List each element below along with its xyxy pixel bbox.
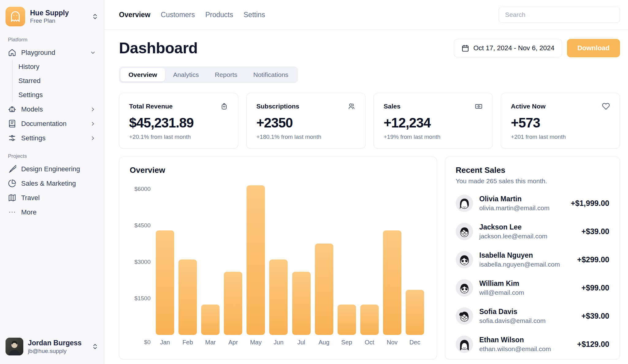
bar-slot (335, 182, 358, 335)
x-tick-label: Jan (154, 339, 176, 346)
stat-subtext: +19% from last month (384, 134, 483, 140)
calendar-icon (461, 44, 469, 52)
bar-dec (406, 290, 424, 335)
search-input[interactable] (499, 7, 620, 23)
stat-value: $45,231.89 (129, 115, 228, 131)
x-tick-label: Jun (267, 339, 290, 346)
bar-aug (315, 244, 333, 335)
x-tick-label: Sep (335, 339, 358, 346)
tab-notifications[interactable]: Notifications (245, 68, 296, 82)
sidebar-section-projects: Projects (0, 153, 104, 159)
sidebar-item-sales-marketing[interactable]: Sales & Marketing (0, 176, 104, 191)
date-range-picker[interactable]: Oct 17, 2024 - Nov 6, 2024 (454, 39, 562, 57)
stat-value: +2350 (256, 115, 355, 131)
stat-title: Total Revenue (129, 103, 173, 110)
bar-slot (154, 182, 176, 335)
dashboard-tabs: Overview Analytics Reports Notifications (119, 66, 298, 83)
recent-sales-list: Olivia Martinolivia.martin@email.com+$1,… (456, 195, 609, 353)
stat-title: Subscriptions (256, 103, 299, 110)
top-nav-products[interactable]: Products (205, 11, 233, 19)
overview-chart-card: Overview $0$1500$3000$4500$6000 JanFebMa… (119, 157, 437, 359)
stat-title: Active Now (511, 103, 546, 110)
y-tick-label: $4500 (134, 222, 151, 229)
bar-mar (201, 305, 220, 335)
user-avatar (6, 338, 23, 355)
main-area: Overview Customers Products Settins Dash… (104, 0, 628, 364)
bar-slot (358, 182, 381, 335)
tab-analytics[interactable]: Analytics (165, 68, 207, 82)
tab-reports[interactable]: Reports (207, 68, 245, 82)
x-tick-label: Nov (381, 339, 404, 346)
bar-sep (338, 305, 356, 335)
recent-sales-card: Recent Sales You made 265 sales this mon… (445, 157, 620, 359)
sale-row: Ethan Wilsonethan.wilson@email.com+$129.… (456, 336, 609, 353)
chevrons-up-down-icon (92, 13, 98, 20)
bar-nov (383, 230, 401, 335)
user-email: jb@hue.supply (28, 348, 82, 355)
bar-slot (290, 182, 312, 335)
sidebar-item-starred[interactable]: Starred (13, 74, 104, 88)
chevron-down-icon (90, 50, 96, 56)
sidebar-item-more[interactable]: More (0, 205, 104, 219)
top-nav-settings[interactable]: Settins (243, 11, 265, 19)
customer-avatar (456, 279, 473, 297)
chevron-right-icon (90, 106, 96, 112)
tab-overview[interactable]: Overview (121, 68, 165, 82)
date-range-value: Oct 17, 2024 - Nov 6, 2024 (473, 44, 554, 52)
x-tick-label: Feb (176, 339, 199, 346)
sidebar: Hue Supply Free Plan Platform Playground… (0, 0, 104, 364)
customer-name: William Kim (479, 279, 524, 288)
sale-amount: +$1,999.00 (571, 199, 609, 208)
sidebar-item-history[interactable]: History (13, 60, 104, 74)
bar-apr (224, 272, 242, 335)
bar-may (247, 185, 265, 335)
sale-row: William Kimwill@email.com+$99.00 (456, 279, 609, 297)
map-icon (8, 194, 16, 202)
sidebar-item-settings-sub[interactable]: Settings (13, 88, 104, 102)
house-icon (8, 48, 16, 57)
bar-slot (313, 182, 335, 335)
dashboard-content: Dashboard Oct 17, 2024 - Nov 6, 2024 Dow… (104, 30, 628, 364)
bar-jun (269, 260, 288, 335)
sidebar-item-documentation[interactable]: Documentation (0, 116, 104, 131)
x-tick-label: Aug (313, 339, 335, 346)
x-tick-label: Oct (358, 339, 381, 346)
sidebar-item-models[interactable]: Models (0, 102, 104, 116)
customer-name: Isabella Nguyen (479, 251, 560, 260)
sidebar-item-travel[interactable]: Travel (0, 191, 104, 205)
heart-icon (602, 102, 610, 110)
users-icon (347, 102, 355, 110)
playground-sub-list: History Starred Settings (12, 60, 104, 102)
sale-row: Olivia Martinolivia.martin@email.com+$1,… (456, 195, 609, 212)
brand-logo (6, 7, 25, 26)
customer-email: isabella.nguyen@email.com (479, 261, 560, 268)
top-nav-customers[interactable]: Customers (161, 11, 195, 19)
user-menu[interactable]: Jordan Burgess jb@hue.supply (0, 335, 104, 358)
recent-sales-title: Recent Sales (456, 165, 609, 175)
chart-y-axis: $0$1500$3000$4500$6000 (130, 182, 154, 350)
customer-avatar (456, 195, 473, 212)
brand-plan: Free Plan (30, 17, 69, 24)
download-button[interactable]: Download (567, 39, 620, 57)
x-tick-label: Jul (290, 339, 312, 346)
sidebar-item-settings[interactable]: Settings (0, 131, 104, 145)
sliders-icon (8, 134, 16, 142)
page-header: Dashboard Oct 17, 2024 - Nov 6, 2024 Dow… (119, 39, 620, 57)
customer-name: Sofia Davis (479, 308, 546, 316)
stat-card-total-revenue: Total Revenue $45,231.89 +20.1% from las… (119, 93, 238, 149)
customer-avatar (456, 251, 473, 268)
chevron-right-icon (90, 135, 96, 141)
bar-feb (178, 260, 197, 335)
sidebar-section-platform: Platform (0, 37, 104, 43)
stat-subtext: +201 from last month (511, 134, 610, 140)
recent-sales-subtitle: You made 265 sales this month. (456, 177, 609, 185)
chart-title: Overview (130, 165, 426, 175)
pie-chart-icon (8, 179, 16, 188)
workspace-switcher[interactable]: Hue Supply Free Plan (0, 4, 104, 29)
sidebar-item-design-engineering[interactable]: Design Engineering (0, 162, 104, 176)
bar-slot (222, 182, 244, 335)
sidebar-item-playground[interactable]: Playground (0, 45, 104, 60)
bar-slot (199, 182, 222, 335)
x-tick-label: Apr (222, 339, 244, 346)
top-nav-overview[interactable]: Overview (119, 11, 150, 19)
